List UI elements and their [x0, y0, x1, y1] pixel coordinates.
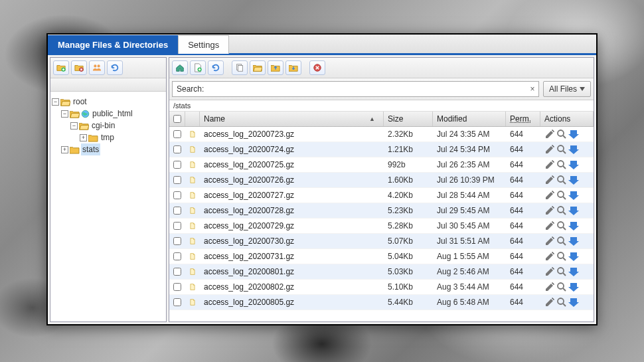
file-row[interactable]: access_log_20200729.gz5.28KbJul 30 5:45 …: [169, 219, 594, 234]
row-checkbox[interactable]: [173, 268, 181, 276]
tree-label[interactable]: root: [72, 96, 88, 108]
download-icon[interactable]: [568, 236, 579, 246]
file-perm[interactable]: 644: [506, 160, 540, 169]
file-row[interactable]: access_log_20200728.gz5.23KbJul 29 5:45 …: [169, 203, 594, 219]
edit-icon[interactable]: [544, 144, 555, 155]
users-button[interactable]: [89, 60, 105, 75]
edit-icon[interactable]: [544, 221, 555, 231]
file-name[interactable]: access_log_20200729.gz: [200, 221, 384, 230]
expand-toggle[interactable]: +: [80, 134, 87, 141]
file-perm[interactable]: 644: [506, 175, 540, 185]
new-folder-button[interactable]: [53, 60, 69, 75]
open-folder-button[interactable]: [250, 60, 266, 75]
delete-folder-button[interactable]: [71, 60, 87, 75]
tree-label[interactable]: public_html: [91, 108, 134, 120]
icon-column-header[interactable]: [185, 112, 200, 126]
file-name[interactable]: access_log_20200730.gz: [200, 236, 384, 246]
file-row[interactable]: access_log_20200725.gz992bJul 26 2:35 AM…: [169, 157, 594, 173]
file-name[interactable]: access_log_20200723.gz: [200, 130, 384, 139]
row-checkbox[interactable]: [173, 252, 181, 260]
file-row[interactable]: access_log_20200805.gz5.44KbAug 6 5:48 A…: [169, 295, 594, 310]
edit-icon[interactable]: [544, 282, 555, 292]
row-checkbox[interactable]: [173, 207, 181, 215]
file-perm[interactable]: 644: [506, 236, 540, 246]
file-perm[interactable]: 644: [506, 130, 540, 139]
file-row[interactable]: access_log_20200801.gz5.03KbAug 2 5:46 A…: [169, 264, 594, 280]
search-icon[interactable]: [556, 190, 567, 201]
refresh-button[interactable]: [208, 60, 224, 75]
download-icon[interactable]: [568, 144, 579, 155]
row-checkbox[interactable]: [173, 176, 181, 184]
tree-label[interactable]: tmp: [100, 132, 116, 143]
search-icon[interactable]: [556, 251, 567, 262]
file-row[interactable]: access_log_20200802.gz5.10KbAug 3 5:44 A…: [169, 280, 594, 295]
download-icon[interactable]: [568, 251, 579, 262]
file-perm[interactable]: 644: [506, 298, 540, 307]
file-name[interactable]: access_log_20200731.gz: [200, 252, 384, 261]
edit-icon[interactable]: [544, 190, 555, 201]
row-checkbox[interactable]: [173, 191, 181, 199]
tree-node-public-html[interactable]: − public_html: [52, 108, 165, 120]
select-all-checkbox[interactable]: [173, 115, 181, 123]
actions-column-header[interactable]: Actions: [540, 112, 594, 126]
expand-toggle[interactable]: +: [61, 146, 68, 153]
search-icon[interactable]: [556, 159, 567, 170]
download-icon[interactable]: [568, 175, 579, 185]
file-perm[interactable]: 644: [506, 206, 540, 215]
modified-column-header[interactable]: Modified: [433, 112, 506, 126]
download-icon[interactable]: [568, 266, 579, 277]
tree-label[interactable]: cgi-bin: [90, 120, 116, 132]
download-icon[interactable]: [568, 129, 579, 139]
tree-label[interactable]: stats: [81, 143, 100, 155]
refresh-tree-button[interactable]: [107, 60, 123, 75]
file-name[interactable]: access_log_20200724.gz: [200, 145, 384, 154]
file-name[interactable]: access_log_20200726.gz: [200, 175, 384, 185]
edit-icon[interactable]: [544, 205, 555, 216]
copy-button[interactable]: [232, 60, 248, 75]
search-icon[interactable]: [556, 221, 567, 231]
perm-column-header[interactable]: Perm.: [506, 112, 540, 126]
download-icon[interactable]: [568, 205, 579, 216]
file-perm[interactable]: 644: [506, 282, 540, 292]
row-checkbox[interactable]: [173, 222, 181, 230]
search-icon[interactable]: [556, 175, 567, 185]
file-name[interactable]: access_log_20200725.gz: [200, 160, 384, 169]
file-row[interactable]: access_log_20200727.gz4.20KbJul 28 5:44 …: [169, 188, 594, 203]
search-icon[interactable]: [556, 144, 567, 155]
file-name[interactable]: access_log_20200727.gz: [200, 191, 384, 200]
row-checkbox[interactable]: [173, 237, 181, 245]
file-name[interactable]: access_log_20200728.gz: [200, 206, 384, 215]
download-icon[interactable]: [568, 159, 579, 170]
tree-node-cgi-bin[interactable]: − cgi-bin: [52, 120, 165, 132]
row-checkbox[interactable]: [173, 283, 181, 291]
name-column-header[interactable]: Name▲: [200, 112, 384, 126]
delete-button[interactable]: [309, 60, 325, 75]
tree-node-root[interactable]: − root: [52, 96, 165, 108]
edit-icon[interactable]: [544, 236, 555, 246]
row-checkbox[interactable]: [173, 298, 181, 306]
expand-toggle[interactable]: −: [61, 110, 68, 118]
file-row[interactable]: access_log_20200723.gz2.32KbJul 24 3:35 …: [169, 127, 594, 142]
file-perm[interactable]: 644: [506, 267, 540, 276]
edit-icon[interactable]: [544, 297, 555, 308]
tab-settings[interactable]: Settings: [178, 35, 229, 54]
search-icon[interactable]: [556, 266, 567, 277]
search-icon[interactable]: [556, 236, 567, 246]
search-clear-button[interactable]: ×: [526, 84, 538, 94]
edit-icon[interactable]: [544, 251, 555, 262]
file-row[interactable]: access_log_20200731.gz5.04KbAug 1 5:55 A…: [169, 249, 594, 264]
search-icon[interactable]: [556, 282, 567, 292]
edit-icon[interactable]: [544, 129, 555, 139]
file-row[interactable]: access_log_20200724.gz1.21KbJul 24 5:34 …: [169, 142, 594, 157]
file-name[interactable]: access_log_20200805.gz: [200, 298, 384, 307]
edit-icon[interactable]: [544, 175, 555, 185]
file-name[interactable]: access_log_20200801.gz: [200, 267, 384, 276]
home-button[interactable]: [172, 60, 188, 75]
download-icon[interactable]: [568, 190, 579, 201]
expand-toggle[interactable]: −: [52, 98, 59, 106]
file-grid-body[interactable]: access_log_20200723.gz2.32KbJul 24 3:35 …: [169, 127, 594, 321]
file-row[interactable]: access_log_20200726.gz1.60KbJul 26 10:39…: [169, 173, 594, 188]
file-perm[interactable]: 644: [506, 221, 540, 230]
download-icon[interactable]: [568, 297, 579, 308]
search-icon[interactable]: [556, 297, 567, 308]
